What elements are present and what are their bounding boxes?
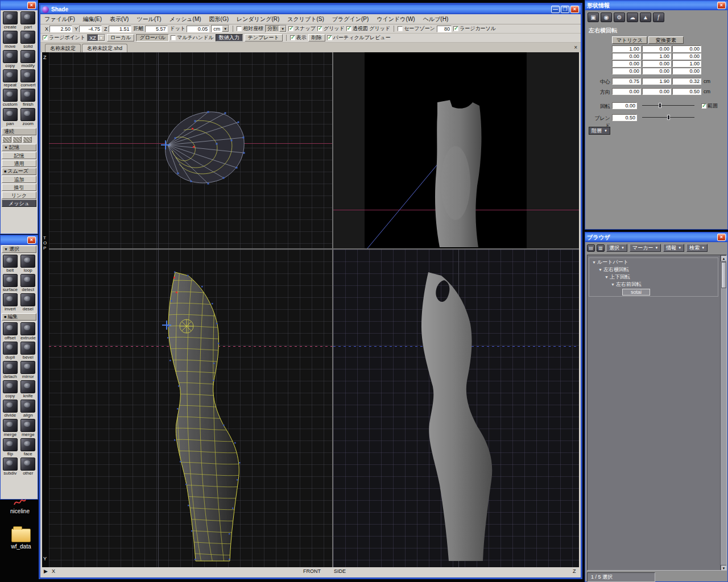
shape-info-close-button[interactable]: × xyxy=(717,2,726,9)
palette-tool-button[interactable]: loop xyxy=(19,254,38,273)
palette1-titlebar[interactable]: × xyxy=(1,1,38,10)
palette-tool-button[interactable]: other xyxy=(19,457,38,476)
manipulator-cross[interactable] xyxy=(165,140,166,149)
split-dropdown[interactable]: 分割▼ xyxy=(265,25,287,32)
browser-tree-item[interactable]: ▼ ルートパート xyxy=(590,259,717,266)
perspective-grid-checkbox[interactable]: 透視図 グリッド xyxy=(346,25,390,32)
palette-tool-button[interactable]: zoom xyxy=(19,107,38,127)
viewport-top-view[interactable] xyxy=(49,52,332,248)
safezone-checkbox[interactable]: セーフゾーン xyxy=(398,25,435,32)
pattern-toggle-icon[interactable] xyxy=(13,136,22,143)
coordinate-input[interactable] xyxy=(49,26,72,32)
smooth-header[interactable]: ■スムーズ xyxy=(2,168,36,175)
browser-titlebar[interactable]: ブラウザ× xyxy=(585,232,727,242)
palette-tool-button[interactable]: move xyxy=(1,30,19,49)
palette-tool-button[interactable]: part xyxy=(19,11,38,30)
cloud-icon[interactable]: ☁ xyxy=(627,13,638,22)
manipulator-cross[interactable] xyxy=(166,321,167,330)
palette-tool-button[interactable]: merge xyxy=(1,418,19,438)
scroll-up-icon[interactable]: ▲ xyxy=(721,255,727,261)
blend-input[interactable] xyxy=(612,114,637,121)
browser-tree-item[interactable]: ▼ 上下回転 xyxy=(590,273,717,281)
matrix-cell-input[interactable] xyxy=(672,53,701,60)
palette-tool-button[interactable]: surface xyxy=(1,273,19,293)
palette-tool-button[interactable]: flip xyxy=(1,438,19,457)
center-y-input[interactable] xyxy=(642,78,671,85)
particle-preview-checkbox[interactable]: パーティクルプレビュー xyxy=(327,34,391,41)
palette-tool-button[interactable]: copy xyxy=(1,380,19,399)
tree-expand-arrow[interactable]: ▼ xyxy=(598,268,603,272)
model-shaded-perspective[interactable] xyxy=(427,98,493,248)
minimize-button[interactable]: — xyxy=(551,6,560,13)
palette-tool-button[interactable]: detach xyxy=(1,360,19,380)
large-cursor-checkbox[interactable]: ラージカーソル xyxy=(453,25,496,32)
add-button[interactable]: 追加 xyxy=(2,176,36,183)
tab-close-icon[interactable]: × xyxy=(574,44,577,51)
unit-dropdown[interactable]: cm▼ xyxy=(211,25,229,32)
mesh-button[interactable]: メッシュ xyxy=(2,199,36,207)
local-button[interactable]: ローカル xyxy=(107,34,135,41)
viewport-front-view[interactable] xyxy=(49,250,332,567)
palette-tool-button[interactable]: pan xyxy=(1,107,19,127)
desktop-icon-niceline[interactable]: niceline xyxy=(3,497,36,514)
main-titlebar[interactable]: Shade — ❐ × xyxy=(40,5,581,14)
camera-icon[interactable]: ◉ xyxy=(601,13,612,22)
palette-tool-button[interactable]: subdiv xyxy=(1,457,19,476)
matrix-cell-input[interactable] xyxy=(612,45,641,52)
palette-tool-button[interactable]: belt xyxy=(1,254,19,273)
panel-layout-icon[interactable]: ▣ xyxy=(588,13,599,22)
viewport-side-view[interactable] xyxy=(333,250,579,567)
numeric-input-button[interactable]: 数値入力 xyxy=(216,34,243,41)
menu-item[interactable]: レンダリング(R) xyxy=(233,15,283,23)
select-header[interactable]: ▼選択 xyxy=(2,246,36,253)
menu-item[interactable]: 表示(V) xyxy=(106,15,133,23)
palette-tool-button[interactable]: detect xyxy=(19,273,38,293)
memory-button[interactable]: 記憶 xyxy=(2,152,36,159)
relative-coords-checkbox[interactable]: 相対座標 xyxy=(237,25,263,32)
document-tab-active[interactable]: 名称未設定.shd xyxy=(82,44,127,52)
menu-item[interactable]: ツール(T) xyxy=(133,15,165,23)
menu-item[interactable]: 編集(E) xyxy=(79,15,106,23)
range-checkbox[interactable]: 範囲 xyxy=(701,102,718,110)
palette2-titlebar[interactable]: × xyxy=(1,235,38,245)
browser-dropdown[interactable]: 情報▼ xyxy=(663,244,684,252)
list-view-icon[interactable]: ▤ xyxy=(587,244,595,252)
coordinate-input[interactable] xyxy=(79,26,102,32)
matrix-cell-input[interactable] xyxy=(612,60,641,67)
coordinate-input[interactable] xyxy=(145,26,168,32)
browser-tree-item[interactable]: ▼ 左右前回転 xyxy=(590,281,717,288)
palette-tool-button[interactable]: desel xyxy=(19,293,38,312)
function-icon[interactable]: ƒ xyxy=(653,13,664,22)
delete-button[interactable]: 削除 xyxy=(308,34,325,41)
mesh-top-view[interactable] xyxy=(160,106,251,192)
coordinate-input[interactable] xyxy=(187,26,209,32)
palette-tool-button[interactable]: convert xyxy=(19,69,38,88)
direction-y-input[interactable] xyxy=(642,88,671,95)
column-view-icon[interactable]: ▥ xyxy=(597,244,605,252)
palette-tool-button[interactable]: knife xyxy=(19,380,38,399)
gear-icon[interactable]: ⚙ xyxy=(614,13,625,22)
shape-info-titlebar[interactable]: 形状情報× xyxy=(585,1,727,10)
matrix-cell-input[interactable] xyxy=(642,68,671,74)
palette-tool-button[interactable]: copy xyxy=(1,49,19,69)
edit-header[interactable]: ■編集 xyxy=(2,313,36,321)
pattern-toggle-icon[interactable] xyxy=(2,136,11,143)
saucer-button[interactable]: 操引 xyxy=(2,184,36,191)
matrix-cell-input[interactable] xyxy=(642,53,671,60)
tree-expand-arrow[interactable]: ▼ xyxy=(611,282,616,286)
continuous-header[interactable]: 連続 xyxy=(2,128,36,135)
palette-tool-button[interactable]: dupli xyxy=(1,341,19,360)
snap-checkbox[interactable]: スナップ xyxy=(288,25,316,32)
matrix-cell-input[interactable] xyxy=(672,60,701,67)
link-button[interactable]: リンク xyxy=(2,192,36,199)
palette-tool-button[interactable]: invert xyxy=(1,293,19,312)
palette-tool-button[interactable]: align xyxy=(19,399,38,418)
matrix-cell-input[interactable] xyxy=(642,60,671,67)
menu-item[interactable]: スクリプト(S) xyxy=(283,15,328,23)
tab-matrix[interactable]: マトリクス xyxy=(612,36,647,44)
palette-tool-button[interactable]: create xyxy=(1,11,19,30)
palette-tool-button[interactable]: custom xyxy=(1,88,19,107)
rotation-slider[interactable] xyxy=(642,102,694,109)
browser-dropdown[interactable]: 検索▼ xyxy=(686,244,708,252)
template-button[interactable]: テンプレート xyxy=(245,34,283,41)
